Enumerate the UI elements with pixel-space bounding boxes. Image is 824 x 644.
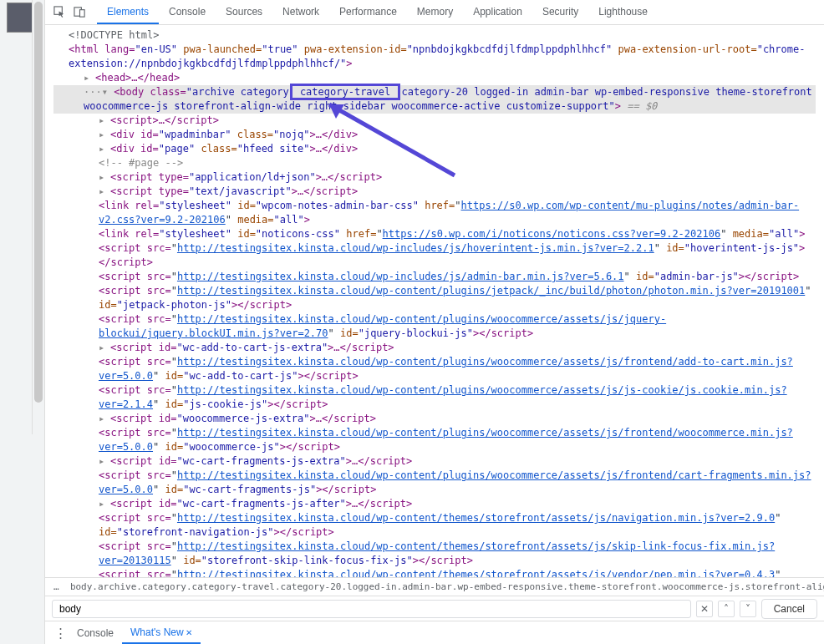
cancel-button[interactable]: Cancel [761, 599, 817, 619]
dom-line[interactable]: <link rel="stylesheet" id="noticons-css"… [53, 227, 816, 241]
prev-match-icon[interactable]: ˄ [718, 601, 735, 617]
dom-line[interactable]: <script src="http://testingsitex.kinsta.… [53, 284, 816, 312]
html-line[interactable]: <html lang="en-US" pwa-launched="true" p… [53, 43, 816, 71]
dom-line[interactable]: <link rel="stylesheet" id="wpcom-notes-a… [53, 199, 816, 227]
dom-line[interactable]: <script src="http://testingsitex.kinsta.… [53, 426, 816, 454]
dom-line[interactable]: <script src="http://testingsitex.kinsta.… [53, 241, 816, 270]
dom-line[interactable]: <script src="http://testingsitex.kinsta.… [53, 355, 816, 383]
dom-line[interactable]: <div id="wpadminbar" class="nojq">…</div… [53, 128, 816, 142]
tab-performance[interactable]: Performance [329, 1, 407, 24]
dom-tree[interactable]: <!DOCTYPE html> <html lang="en-US" pwa-l… [45, 25, 824, 577]
dom-line[interactable]: <script src="http://testingsitex.kinsta.… [53, 469, 816, 497]
source-scrollbar[interactable] [32, 0, 44, 434]
left-strip [0, 0, 45, 644]
devtools-toolbar: Elements Console Sources Network Perform… [45, 0, 824, 25]
dom-line[interactable]: <script src="http://testingsitex.kinsta.… [53, 540, 816, 568]
dom-line[interactable]: <script src="http://testingsitex.kinsta.… [53, 568, 816, 577]
highlighted-class: category-travel [290, 84, 401, 100]
dom-line[interactable]: <script src="http://testingsitex.kinsta.… [53, 270, 816, 284]
tab-elements[interactable]: Elements [97, 1, 159, 24]
drawer-tab-whatsnew[interactable]: What's New✕ [122, 622, 201, 644]
breadcrumb[interactable]: … body.archive.category.category-travel.… [45, 577, 824, 596]
dom-line[interactable]: <script id="wc-cart-fragments-js-after">… [53, 497, 816, 511]
drawer-tab-console[interactable]: Console [69, 623, 122, 643]
tab-memory[interactable]: Memory [407, 1, 463, 24]
clear-icon[interactable]: ✕ [696, 601, 713, 617]
doctype-line[interactable]: <!DOCTYPE html> [53, 28, 816, 43]
breadcrumb-item[interactable]: … [53, 581, 59, 592]
dom-line[interactable]: <script type="text/javascript">…</script… [53, 185, 816, 199]
tab-application[interactable]: Application [463, 1, 532, 24]
dom-line[interactable]: <script src="http://testingsitex.kinsta.… [53, 383, 816, 412]
drawer-menu-icon[interactable]: ⋮ [52, 626, 69, 641]
body-line[interactable]: ···▾ <body class="archive category categ… [53, 85, 816, 114]
breadcrumb-item[interactable]: body.archive.category.category-travel.ca… [70, 581, 824, 592]
panel-tabs: Elements Console Sources Network Perform… [97, 1, 658, 24]
dom-line[interactable]: <script id="wc-add-to-cart-js-extra">…</… [53, 341, 816, 355]
dom-line[interactable]: <script src="http://testingsitex.kinsta.… [53, 312, 816, 341]
scrollbar-thumb[interactable] [34, 2, 43, 403]
drawer: ⋮ Console What's New✕ [45, 621, 824, 644]
device-toggle-icon[interactable] [72, 5, 87, 20]
search-bar: ✕ ˄ ˅ Cancel [45, 596, 824, 621]
head-line[interactable]: <head>…</head> [53, 71, 816, 85]
svg-rect-2 [79, 10, 84, 17]
dom-line[interactable]: <script src="http://testingsitex.kinsta.… [53, 511, 816, 540]
dom-line[interactable]: <div id="page" class="hfeed site">…</div… [53, 142, 816, 156]
tab-console[interactable]: Console [159, 1, 216, 24]
inspect-icon[interactable] [52, 5, 67, 20]
tab-security[interactable]: Security [532, 1, 588, 24]
search-input[interactable] [52, 600, 691, 618]
dom-line[interactable]: <script id="wc-cart-fragments-js-extra">… [53, 454, 816, 469]
close-icon[interactable]: ✕ [186, 628, 192, 637]
tab-sources[interactable]: Sources [216, 1, 272, 24]
tab-lighthouse[interactable]: Lighthouse [588, 1, 658, 24]
tab-network[interactable]: Network [272, 1, 329, 24]
dom-comment[interactable]: <!-- #page --> [53, 156, 816, 170]
dom-line[interactable]: <script id="woocommerce-js-extra">…</scr… [53, 412, 816, 426]
dom-line[interactable]: <script>…</script> [53, 114, 816, 128]
dom-line[interactable]: <script type="application/ld+json">…</sc… [53, 170, 816, 185]
next-match-icon[interactable]: ˅ [740, 601, 756, 617]
